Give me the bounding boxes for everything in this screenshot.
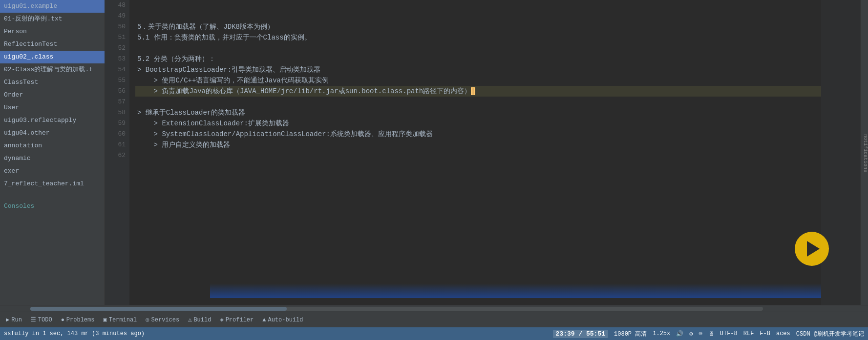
toolbar-icon-run: ▶ xyxy=(6,316,9,323)
time-display: 23:39 / 55:51 xyxy=(553,330,608,338)
sidebar-item-5[interactable]: 02-Class的理解与类的加载.t xyxy=(0,63,105,76)
bottom-toolbar: ▶Run☰TODO●Problems▣Terminal◎Services△Bui… xyxy=(0,312,868,327)
code-line-52 xyxy=(135,43,821,54)
code-content[interactable]: 5．关于类的加载器（了解、JDK8版本为例）5.1 作用：负责类的加载，并对应于… xyxy=(129,0,821,305)
csdn-label: CSDN @刷机开发学考笔记 xyxy=(796,330,864,338)
status-left-text: ssfully in 1 sec, 143 mr (3 minutes ago) xyxy=(4,330,145,337)
code-line-51: 5.1 作用：负责类的加载，并对应于一个Class的实例。 xyxy=(135,32,821,43)
line-num-59: 59 xyxy=(105,118,126,129)
text-cursor: | xyxy=(471,87,475,95)
file-tree-sidebar: uigu01.example01-反射的举例.txtPersonReflecti… xyxy=(0,0,105,305)
code-line-50: 5．关于类的加载器（了解、JDK8版本为例） xyxy=(135,21,821,32)
play-button[interactable] xyxy=(795,232,829,266)
code-line-62 xyxy=(135,150,821,161)
sidebar-item-2[interactable]: Person xyxy=(0,25,105,38)
code-line-56: > 负责加载Java的核心库（JAVA_HOME/jre/lib/rt.jar或… xyxy=(135,86,821,97)
toolbar-btn-profiler[interactable]: ◈Profiler xyxy=(216,314,257,326)
code-line-61: > 用户自定义类的加载器 xyxy=(135,140,821,150)
line-num-52: 52 xyxy=(105,43,126,54)
sidebar-item-8[interactable]: User xyxy=(0,101,105,114)
toolbar-btn-terminal[interactable]: ▣Terminal xyxy=(99,314,141,326)
right-panel-label: notifications xyxy=(863,134,868,172)
sidebar-item-3[interactable]: ReflectionTest xyxy=(0,38,105,51)
sidebar-item-4[interactable]: uigu02_.class xyxy=(0,51,105,63)
scroll-track[interactable] xyxy=(30,307,763,311)
toolbar-label-services: Services xyxy=(151,317,180,323)
sidebar-item-13[interactable]: exer xyxy=(0,165,105,178)
volume-icon[interactable]: 🔊 xyxy=(676,330,683,338)
code-line-60: > SystemClassLoader/ApplicationClassLoad… xyxy=(135,129,821,140)
toolbar-label-todo: TODO xyxy=(38,317,52,323)
line-num-56: 56 xyxy=(105,86,126,97)
toolbar-label-terminal: Terminal xyxy=(109,317,137,323)
toolbar-icon-terminal: ▣ xyxy=(103,316,106,323)
status-right: 23:39 / 55:51 1080P 高清 1.25x 🔊 ⚙ ⌨ 🖥 UTF… xyxy=(553,330,864,338)
line-num-53: 53 xyxy=(105,54,126,64)
toolbar-btn-build[interactable]: △Build xyxy=(184,314,215,326)
speed-display: 1.25x xyxy=(653,330,670,337)
toolbar-label-problems: Problems xyxy=(66,317,95,323)
toolbar-label-run: Run xyxy=(11,317,22,323)
play-icon xyxy=(807,241,820,257)
sidebar-item-11[interactable]: annotation xyxy=(0,140,105,152)
sidebar-item-12[interactable]: dynamic xyxy=(0,152,105,165)
right-panel: notifications xyxy=(860,0,868,305)
status-bar: ssfully in 1 sec, 143 mr (3 minutes ago)… xyxy=(0,327,868,340)
rlf-display: RLF xyxy=(743,330,754,337)
editor-wrapper: 484950515253545556575859606162 5．关于类的加载器… xyxy=(105,0,868,305)
keyboard-icon[interactable]: ⌨ xyxy=(699,330,702,338)
monitor-icon[interactable]: 🖥 xyxy=(708,330,714,338)
toolbar-icon-auto-build: ▲ xyxy=(262,317,266,323)
sidebar-item-7[interactable]: Order xyxy=(0,89,105,101)
toolbar-icon-todo: ☰ xyxy=(31,316,36,323)
faces-display: aces xyxy=(776,330,790,337)
minimap xyxy=(821,0,860,305)
line-num-62: 62 xyxy=(105,150,126,161)
sidebar-item-10[interactable]: uigu04.other xyxy=(0,127,105,140)
resolution-display: 1080P 高清 xyxy=(614,330,647,338)
toolbar-btn-services[interactable]: ◎Services xyxy=(142,314,183,326)
line-num-60: 60 xyxy=(105,129,126,140)
branch-icon: F-8 xyxy=(760,330,770,337)
wave-decoration xyxy=(210,283,821,298)
status-left: ssfully in 1 sec, 143 mr (3 minutes ago) xyxy=(4,330,145,337)
consoles-label: Consoles xyxy=(4,202,34,210)
sidebar-item-6[interactable]: ClassTest xyxy=(0,76,105,89)
sidebar-item-1[interactable]: 01-反射的举例.txt xyxy=(0,13,105,25)
sidebar-item-0[interactable]: uigu01.example xyxy=(0,0,105,13)
encoding-display: UTF-8 xyxy=(720,330,738,337)
code-line-59: > ExtensionClassLoader:扩展类加载器 xyxy=(135,118,821,129)
code-line-49 xyxy=(135,11,821,21)
toolbar-icon-build: △ xyxy=(188,316,191,323)
toolbar-label-profiler: Profiler xyxy=(226,317,254,323)
scroll-area xyxy=(0,305,868,312)
line-num-49: 49 xyxy=(105,11,126,21)
toolbar-btn-run[interactable]: ▶Run xyxy=(2,314,26,326)
toolbar-btn-auto-build[interactable]: ▲Auto-build xyxy=(258,314,307,326)
toolbar-btn-problems[interactable]: ●Problems xyxy=(57,314,99,326)
line-num-58: 58 xyxy=(105,107,126,118)
code-editor[interactable]: 484950515253545556575859606162 5．关于类的加载器… xyxy=(105,0,821,305)
code-line-55: > 使用C/C++语言编写的，不能通过Java代码获取其实例 xyxy=(135,75,821,86)
main-area: uigu01.example01-反射的举例.txtPersonReflecti… xyxy=(0,0,868,305)
line-num-50: 50 xyxy=(105,21,126,32)
code-line-57 xyxy=(135,97,821,107)
toolbar-label-build: Build xyxy=(193,317,211,323)
sidebar-item-9[interactable]: uigu03.reflectapply xyxy=(0,114,105,127)
scroll-thumb[interactable] xyxy=(30,307,287,311)
toolbar-btn-todo[interactable]: ☰TODO xyxy=(27,314,56,326)
line-num-55: 55 xyxy=(105,75,126,86)
code-line-58: > 继承于ClassLoader的类加载器 xyxy=(135,107,821,118)
settings-icon[interactable]: ⚙ xyxy=(689,330,693,338)
code-line-48 xyxy=(135,0,821,11)
consoles-section[interactable]: Consoles xyxy=(0,200,105,213)
line-num-54: 54 xyxy=(105,64,126,75)
line-num-48: 48 xyxy=(105,0,126,11)
sidebar-item-14[interactable]: 7_reflect_teacher.iml xyxy=(0,178,105,190)
toolbar-label-auto-build: Auto-build xyxy=(268,317,303,323)
line-num-51: 51 xyxy=(105,32,126,43)
line-num-57: 57 xyxy=(105,97,126,107)
toolbar-icon-profiler: ◈ xyxy=(220,316,223,323)
toolbar-icon-services: ◎ xyxy=(146,316,149,323)
line-num-61: 61 xyxy=(105,140,126,150)
